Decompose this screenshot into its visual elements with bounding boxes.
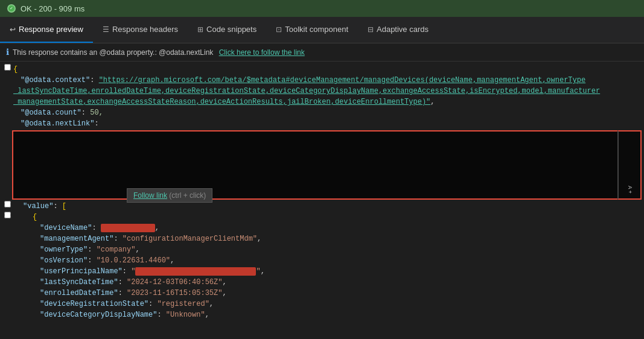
tab-toolkit-component[interactable]: ⊡ Toolkit component (266, 17, 358, 43)
json-line-device-name: "deviceName": , (0, 223, 644, 233)
json-line-odata-count: "@odata.count": 50, (0, 107, 644, 118)
adaptive-cards-icon: ⊟ (368, 25, 374, 34)
info-bar: ℹ This response contains an @odata prope… (0, 43, 644, 62)
checkbox-value[interactable] (4, 201, 11, 208)
main-content: ℹ This response contains an @odata prope… (0, 43, 644, 339)
info-message: This response contains an @odata propert… (13, 48, 215, 57)
tab-code-snippets[interactable]: ⊞ Code snippets (188, 17, 266, 43)
json-line-reg-state: "deviceRegistrationState": "registered", (0, 299, 644, 309)
odata-context-url[interactable]: "https://graph.microsoft.com/beta/$metad… (99, 76, 586, 84)
checkbox-open[interactable] (4, 64, 11, 71)
nextlink-value-box: A+ (12, 130, 642, 200)
tooltip-shortcut: (ctrl + click) (169, 191, 206, 200)
ok-icon (7, 4, 16, 13)
response-headers-icon: ☰ (103, 25, 109, 34)
json-line-odata-context: "@odata.context": "https://graph.microso… (0, 75, 644, 86)
json-line-management-agent: "managementAgent": "configurationManager… (0, 233, 644, 244)
tab-adaptive-cards[interactable]: ⊟ Adaptive cards (358, 17, 438, 43)
json-content: { "@odata.context": "https://graph.micro… (0, 62, 644, 323)
follow-link-inline[interactable]: Click here to follow the link (219, 48, 305, 57)
code-snippets-icon: ⊞ (197, 25, 203, 34)
json-line-value-open: "value": [ (0, 201, 644, 212)
tab-response-headers[interactable]: ☰ Response headers (93, 17, 188, 43)
json-line-upn: "userPrincipalName": "", (0, 266, 644, 277)
checkbox-obj[interactable] (4, 212, 11, 218)
json-line-owner-type: "ownerType": "company", (0, 244, 644, 255)
json-line-os-version: "osVersion": "10.0.22631.4460", (0, 255, 644, 266)
status-bar: OK - 200 - 909 ms (0, 0, 644, 17)
json-line-enrolled: "enrolledDateTime": "2023-11-16T15:05:35… (0, 288, 644, 299)
tab-code-snippets-label: Code snippets (206, 25, 257, 34)
response-preview-icon: ↩ (10, 25, 16, 34)
tab-response-preview-label: Response preview (19, 25, 83, 34)
status-text: OK - 200 - 909 ms (21, 4, 84, 13)
json-line-category: "deviceCategoryDisplayName": "Unknown", (0, 309, 644, 320)
info-icon: ℹ (6, 47, 9, 57)
json-line-odata-context-cont1: lastSyncDateTime,enrolledDateTime,device… (0, 86, 644, 97)
device-name-redacted (101, 224, 155, 232)
tab-adaptive-cards-label: Adaptive cards (377, 25, 429, 34)
json-line-obj-open: { (0, 212, 644, 223)
tooltip-link[interactable]: Follow link (133, 191, 167, 200)
toolkit-component-icon: ⊡ (276, 25, 282, 34)
tab-toolkit-component-label: Toolkit component (285, 25, 348, 34)
upn-redacted (135, 267, 256, 276)
tab-response-preview[interactable]: ↩ Response preview (0, 17, 93, 43)
tooltip-follow-link: Follow link (ctrl + click) (127, 188, 212, 203)
tab-bar: ↩ Response preview ☰ Response headers ⊞ … (0, 17, 644, 43)
json-line-odata-context-cont2: managementState,exchangeAccessStateReaso… (0, 97, 644, 107)
tab-response-headers-label: Response headers (112, 25, 178, 34)
json-line-odata-nextlink: "@odata.nextLink": (0, 118, 644, 129)
json-line-open-brace: { (0, 64, 644, 75)
json-line-last-sync: "lastSyncDateTime": "2024-12-03T06:40:56… (0, 277, 644, 288)
